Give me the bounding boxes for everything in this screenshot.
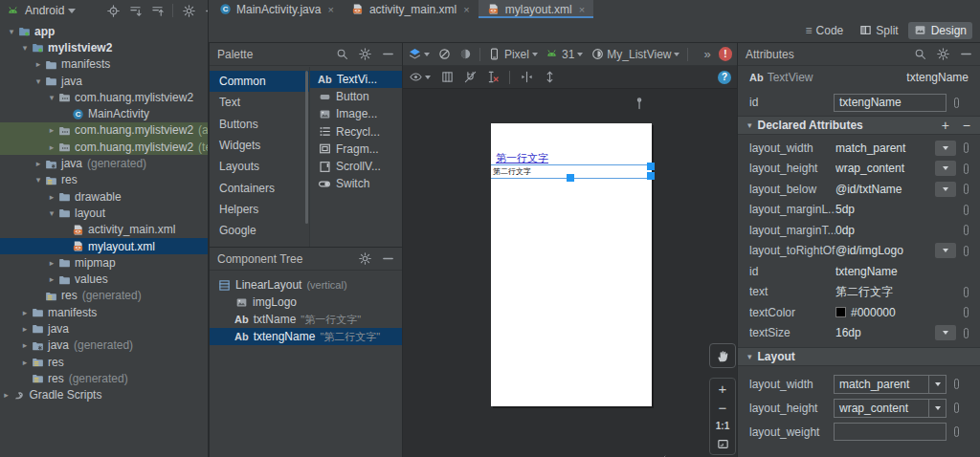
chevron-down-icon[interactable]: ▾ [46, 93, 57, 102]
split-view-button[interactable]: Split [853, 22, 903, 39]
code-view-button[interactable]: ≡ Code [800, 22, 850, 39]
resource-picker-icon[interactable] [964, 225, 969, 235]
tree-item-res[interactable]: ▾res [0, 172, 208, 188]
chevron-right-icon[interactable]: ▸ [46, 192, 57, 202]
locate-icon[interactable] [106, 4, 120, 17]
project-view-selector[interactable]: Android [25, 4, 76, 17]
design-variant-icon[interactable] [437, 48, 451, 61]
palette-component-switch[interactable]: Switch [310, 175, 402, 192]
settings-icon[interactable] [182, 4, 195, 17]
resource-picker-icon[interactable] [964, 142, 969, 153]
selection-handle-right-top[interactable] [647, 163, 655, 170]
add-attribute-button[interactable]: + [942, 118, 949, 133]
zoom-to-fit-icon[interactable] [716, 437, 729, 450]
palette-component-textvi[interactable]: AbTextVi... [310, 71, 402, 88]
palette-category-widgets[interactable]: Widgets [210, 135, 309, 156]
chevron-down-icon[interactable]: ▾ [33, 76, 44, 86]
chevron-down-icon[interactable] [928, 400, 946, 417]
tree-item-mipmap[interactable]: ▸mipmap [0, 254, 208, 271]
palette-category-common[interactable]: Common [210, 71, 309, 92]
search-icon[interactable] [913, 48, 926, 61]
attribute-value[interactable]: 第二行文字 [835, 284, 935, 300]
close-tab-icon[interactable]: × [579, 4, 585, 15]
dropdown-button[interactable] [935, 325, 956, 340]
tree-item-java[interactable]: ▾java [0, 73, 208, 89]
palette-component-image[interactable]: Image... [310, 105, 402, 122]
layers-menu[interactable] [408, 48, 430, 61]
tree-item-res[interactable]: ▸res [0, 354, 208, 370]
tree-item-com-huang-mylistview2[interactable]: ▸com.huang.mylistview2(test) [0, 139, 208, 155]
declared-attributes-header[interactable]: ▾ Declared Attributes + − [738, 116, 980, 135]
palette-component-recycl[interactable]: Recycl... [310, 123, 402, 141]
preview-textview-txtName[interactable]: 第一行文字 [496, 151, 548, 165]
toolbar-overflow-button[interactable]: » [703, 47, 710, 61]
dropdown-button[interactable] [935, 141, 956, 156]
tab-activity-main-xml[interactable]: <>activity_main.xml× [343, 0, 479, 18]
hide-panel-icon[interactable] [959, 48, 972, 61]
close-tab-icon[interactable]: × [463, 4, 469, 15]
component-tree-item-linearlayout[interactable]: LinearLayout(vertical) [210, 276, 402, 294]
attribute-value[interactable]: @id/imgLogo [835, 244, 935, 257]
palette-category-text[interactable]: Text [210, 92, 309, 113]
chevron-right-icon[interactable]: ▸ [46, 274, 57, 284]
selection-handle-bottom-center[interactable] [567, 174, 574, 182]
tree-item-com-huang-mylistview2[interactable]: ▾com.huang.mylistview2 [0, 89, 208, 105]
tree-item-manifests[interactable]: ▸manifests [0, 56, 208, 73]
layout-section-header[interactable]: ▾ Layout [738, 347, 980, 366]
attribute-value[interactable]: match_parent [835, 141, 935, 155]
chevron-right-icon[interactable]: ▸ [33, 59, 44, 69]
night-mode-icon[interactable] [458, 48, 472, 61]
align-horizontal-icon[interactable] [520, 71, 533, 84]
palette-category-containers[interactable]: Containers [210, 177, 309, 198]
attribute-value[interactable]: wrap_content [835, 162, 935, 175]
component-tree-item-txtname[interactable]: AbtxtName"第一行文字" [210, 311, 402, 328]
chevron-right-icon[interactable]: ▸ [0, 390, 11, 400]
tree-item-activity-main-xml[interactable]: <>activity_main.xml [0, 222, 208, 238]
hide-panel-icon[interactable] [381, 252, 394, 266]
close-tab-icon[interactable]: × [327, 4, 333, 15]
hide-panel-icon[interactable] [204, 4, 209, 17]
resource-picker-icon[interactable] [964, 184, 969, 194]
palette-component-fragm[interactable]: Fragm... [310, 141, 402, 158]
attribute-value[interactable]: txtengName [835, 265, 935, 278]
chevron-right-icon[interactable]: ▸ [46, 125, 57, 135]
chevron-right-icon[interactable]: ▸ [19, 340, 31, 350]
search-icon[interactable] [335, 48, 348, 61]
expand-all-icon[interactable] [128, 4, 142, 17]
resource-picker-icon[interactable] [954, 403, 959, 413]
zoom-actual-button[interactable]: 1:1 [716, 421, 729, 431]
id-input[interactable]: txtengName [834, 94, 947, 112]
collapse-all-icon[interactable] [150, 4, 164, 17]
layout_width-combobox[interactable]: match_parent [834, 375, 947, 394]
component-tree-item-imglogo[interactable]: imgLogo [210, 294, 402, 311]
zoom-out-button[interactable]: − [719, 402, 727, 415]
design-surface[interactable]: 第一行文字 第二行文字 + − 1:1 [403, 89, 737, 457]
resource-picker-icon[interactable] [964, 246, 969, 256]
chevron-right-icon[interactable]: ▸ [33, 159, 44, 168]
grid-icon[interactable] [440, 71, 454, 84]
tree-item-gradle-scripts[interactable]: ▸Gradle Scripts [0, 387, 208, 403]
palette-component-scrollv[interactable]: ScrollV... [310, 158, 402, 175]
palette-component-button[interactable]: Button [310, 88, 402, 105]
clear-constraints-icon[interactable] [486, 71, 500, 84]
view-options-menu[interactable] [409, 71, 431, 84]
attribute-value[interactable]: #000000 [835, 306, 935, 319]
api-selector[interactable]: 31 [546, 48, 583, 61]
device-preview[interactable]: 第一行文字 第二行文字 [491, 123, 652, 406]
layout_weight-input[interactable] [834, 423, 947, 441]
resource-picker-icon[interactable] [964, 307, 969, 317]
gear-icon[interactable] [936, 48, 949, 61]
chevron-down-icon[interactable]: ▾ [46, 208, 57, 218]
tree-item-mainactivity[interactable]: CMainActivity [0, 105, 208, 121]
theme-selector[interactable]: My_ListView [590, 48, 679, 61]
tree-item-com-huang-mylistview2[interactable]: ▸com.huang.mylistview2(androidTest) [0, 122, 208, 139]
tree-item-manifests[interactable]: ▸manifests [0, 304, 208, 320]
palette-category-google[interactable]: Google [210, 220, 309, 241]
tree-item-values[interactable]: ▸values [0, 271, 208, 287]
chevron-down-icon[interactable]: ▾ [19, 43, 31, 53]
attribute-value[interactable]: @id/txtName [835, 183, 935, 196]
tab-mylayout-xml[interactable]: <>mylayout.xml× [479, 0, 593, 18]
resource-picker-icon[interactable] [964, 328, 969, 338]
tree-item-java[interactable]: ▸java [0, 320, 208, 337]
dropdown-button[interactable] [935, 182, 956, 197]
